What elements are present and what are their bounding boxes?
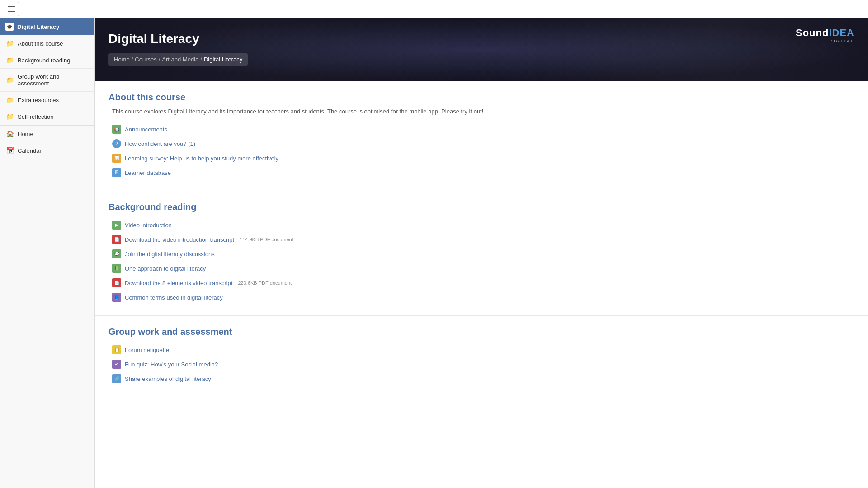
confident-link[interactable]: How confident are you? (1) — [125, 141, 195, 147]
hamburger-line — [8, 9, 15, 9]
list-item[interactable]: 🔗 Share examples of digital literacy — [108, 371, 854, 386]
announcements-link[interactable]: Announcements — [125, 126, 167, 133]
sidebar-item-about-label: About this course — [18, 40, 63, 47]
breadcrumb-courses[interactable]: Courses — [135, 56, 156, 63]
about-resource-list: 📢 Announcements ? How confident are you?… — [108, 122, 854, 180]
sidebar-item-home[interactable]: 🏠 Home — [0, 126, 94, 142]
pdf-icon: 📄 — [112, 235, 121, 244]
sidebar-item-self-label: Self-reflection — [18, 113, 53, 120]
folder-icon: 📁 — [6, 56, 14, 64]
folder-icon: 📁 — [6, 40, 14, 47]
sidebar-item-calendar[interactable]: 📅 Calendar — [0, 142, 94, 159]
list-item[interactable]: 📘 Common terms used in digital literacy — [108, 290, 854, 305]
section-groupwork-title: Group work and assessment — [108, 327, 854, 337]
background-resource-list: ▶ Video introduction 📄 Download the vide… — [108, 218, 854, 305]
list-item[interactable]: 📄 Download the video introduction transc… — [108, 232, 854, 247]
pdf-icon-2: 📄 — [112, 278, 121, 287]
video-transcript-link[interactable]: Download the video introduction transcri… — [125, 236, 234, 243]
share-icon: 🔗 — [112, 374, 121, 383]
breadcrumb-nav: Home / Courses / Art and Media / Digital… — [108, 53, 248, 66]
sidebar-item-extra[interactable]: 📁 Extra resources — [0, 92, 94, 108]
share-link[interactable]: Share examples of digital literacy — [125, 375, 211, 382]
sidebar: 🎓 Digital Literacy 📁 About this course 📁… — [0, 18, 95, 488]
fun-quiz-link[interactable]: Fun quiz: How's your Social media? — [125, 361, 218, 368]
list-item[interactable]: ▶ Video introduction — [108, 218, 854, 232]
breadcrumb-artmedia[interactable]: Art and Media — [162, 56, 198, 63]
content-area: SoundIDEA DIGITAL Digital Literacy Home … — [95, 18, 868, 488]
resource-meta-2: 223.6KB PDF document — [238, 280, 292, 286]
survey-icon: 📊 — [112, 154, 121, 163]
section-about-description: This course explores Digital Literacy an… — [108, 108, 854, 115]
sidebar-item-calendar-label: Calendar — [18, 147, 42, 154]
breadcrumb-sep-1: / — [132, 56, 133, 63]
database-icon: 🗄 — [112, 168, 121, 177]
calendar-icon: 📅 — [6, 147, 14, 154]
folder-icon: 📁 — [6, 113, 14, 120]
sidebar-item-groupwork[interactable]: 📁 Group work and assessment — [0, 69, 94, 92]
quiz-icon: ? — [112, 139, 121, 148]
list-item[interactable]: 📊 Learning survey: Help us to help you s… — [108, 151, 854, 165]
sidebar-item-home-label: Home — [18, 131, 33, 137]
sidebar-item-extra-label: Extra resources — [18, 97, 59, 103]
breadcrumb-current: Digital Literacy — [204, 56, 242, 63]
list-item[interactable]: 📋 Forum netiquette — [108, 343, 854, 357]
quiz-fun-icon: ✔ — [112, 360, 121, 369]
sidebar-item-self[interactable]: 📁 Self-reflection — [0, 108, 94, 125]
section-about-title: About this course — [108, 92, 854, 103]
hamburger-line — [8, 6, 15, 7]
announcement-icon: 📢 — [112, 125, 121, 134]
list-item[interactable]: 🗄 Learner database — [108, 165, 854, 180]
list-item[interactable]: 💬 Join the digital literacy discussions — [108, 247, 854, 261]
course-icon: 🎓 — [5, 23, 14, 31]
section-about: About this course This course explores D… — [95, 81, 868, 191]
sidebar-item-background-label: Background reading — [18, 57, 70, 64]
breadcrumb-home[interactable]: Home — [114, 56, 130, 63]
main-layout: 🎓 Digital Literacy 📁 About this course 📁… — [0, 18, 868, 488]
sidebar-course-title[interactable]: 🎓 Digital Literacy — [0, 18, 94, 35]
groupwork-resource-list: 📋 Forum netiquette ✔ Fun quiz: How's you… — [108, 343, 854, 386]
hero-banner: SoundIDEA DIGITAL Digital Literacy Home … — [95, 18, 868, 81]
page-title: Digital Literacy — [108, 32, 854, 46]
hamburger-line — [8, 11, 15, 12]
home-icon: 🏠 — [6, 130, 14, 137]
sidebar-item-background[interactable]: 📁 Background reading — [0, 52, 94, 69]
folder-icon: 📁 — [6, 76, 14, 84]
sidebar-course-label: Digital Literacy — [17, 23, 59, 30]
glossary-icon: 📘 — [112, 293, 121, 302]
book-icon: 📗 — [112, 264, 121, 273]
top-bar — [0, 0, 868, 18]
discussions-link[interactable]: Join the digital literacy discussions — [125, 251, 215, 258]
breadcrumb: Home / Courses / Art and Media / Digital… — [108, 53, 854, 66]
terms-link[interactable]: Common terms used in digital literacy — [125, 294, 223, 301]
list-item[interactable]: 📄 Download the 8 elements video transcri… — [108, 276, 854, 290]
list-item[interactable]: ? How confident are you? (1) — [108, 136, 854, 151]
approach-link[interactable]: One approach to digital literacy — [125, 265, 206, 272]
database-link[interactable]: Learner database — [125, 169, 171, 176]
netiquette-link[interactable]: Forum netiquette — [125, 347, 169, 353]
list-item[interactable]: 📢 Announcements — [108, 122, 854, 136]
elements-transcript-link[interactable]: Download the 8 elements video transcript — [125, 280, 232, 286]
breadcrumb-sep-2: / — [159, 56, 160, 63]
section-background: Background reading ▶ Video introduction … — [95, 191, 868, 316]
resource-meta: 114.9KB PDF document — [240, 237, 293, 242]
group-forum-icon: 📋 — [112, 345, 121, 354]
section-groupwork: Group work and assessment 📋 Forum netiqu… — [95, 316, 868, 397]
list-item[interactable]: 📗 One approach to digital literacy — [108, 261, 854, 276]
main-content: About this course This course explores D… — [95, 81, 868, 488]
sidebar-item-about[interactable]: 📁 About this course — [0, 35, 94, 52]
survey-link[interactable]: Learning survey: Help us to help you stu… — [125, 155, 278, 162]
section-background-title: Background reading — [108, 202, 854, 212]
hamburger-button[interactable] — [5, 2, 19, 16]
breadcrumb-sep-3: / — [200, 56, 202, 63]
video-intro-link[interactable]: Video introduction — [125, 222, 172, 229]
sidebar-item-groupwork-label: Group work and assessment — [18, 73, 88, 87]
video-icon: ▶ — [112, 221, 121, 230]
forum-icon: 💬 — [112, 249, 121, 258]
list-item[interactable]: ✔ Fun quiz: How's your Social media? — [108, 357, 854, 371]
folder-icon: 📁 — [6, 96, 14, 103]
